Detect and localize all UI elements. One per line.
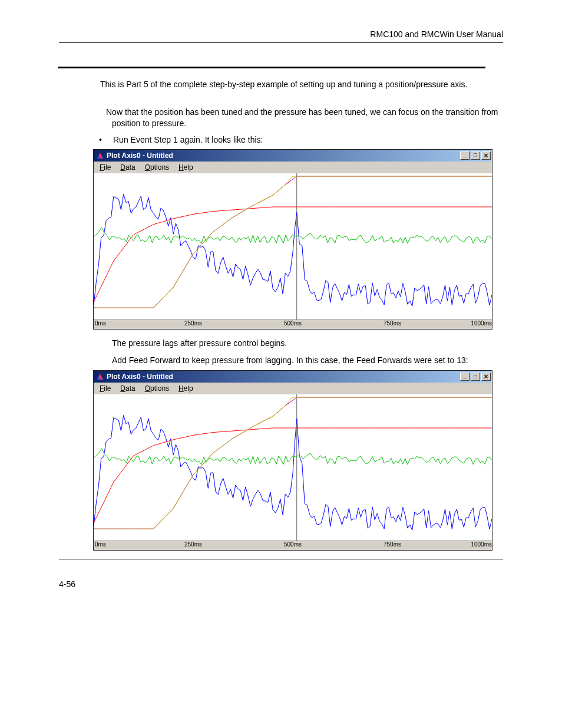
x-tick: 0ms (95, 541, 106, 548)
app-icon (96, 151, 104, 160)
menu-bar: File Data Options Help (94, 162, 492, 173)
x-tick: 750ms (384, 320, 401, 327)
x-tick: 1000ms (471, 320, 492, 327)
x-tick: 250ms (184, 320, 202, 327)
menu-options[interactable]: Options (143, 384, 171, 393)
plot-canvas-2[interactable] (94, 394, 492, 541)
lag-paragraph: The pressure lags after pressure control… (112, 338, 489, 349)
menu-file[interactable]: File (97, 163, 113, 172)
menu-options[interactable]: Options (143, 163, 171, 172)
x-tick: 250ms (184, 541, 202, 548)
plot-window-1: Plot Axis0 - Untitled _ □ × File Data Op… (93, 149, 492, 330)
plot-canvas-1[interactable] (94, 173, 492, 319)
footer-rule (59, 559, 503, 559)
window-titlebar[interactable]: Plot Axis0 - Untitled _ □ × (94, 371, 492, 383)
bullet-item: • Run Event Step 1 again. It looks like … (82, 135, 503, 144)
minimize-button[interactable]: _ (460, 151, 470, 160)
app-icon (96, 373, 104, 381)
menu-data[interactable]: Data (118, 163, 137, 172)
close-button[interactable]: × (481, 373, 491, 381)
maximize-button[interactable]: □ (471, 151, 480, 160)
window-titlebar[interactable]: Plot Axis0 - Untitled _ □ × (94, 150, 492, 162)
x-axis-2: 0ms 250ms 500ms 750ms 1000ms (94, 541, 492, 550)
feedforward-paragraph: Add Feed Forward to keep pressure from l… (112, 355, 489, 366)
menu-help[interactable]: Help (176, 384, 196, 393)
bullet-text: Run Event Step 1 again. It looks like th… (113, 135, 503, 144)
maximize-button[interactable]: □ (471, 373, 480, 381)
window-title: Plot Axis0 - Untitled (107, 151, 460, 160)
x-axis-1: 0ms 250ms 500ms 750ms 1000ms (94, 319, 492, 329)
window-title: Plot Axis0 - Untitled (107, 373, 460, 381)
header-rule (59, 42, 503, 43)
menu-file[interactable]: File (97, 384, 113, 393)
x-tick: 500ms (284, 320, 302, 327)
minimize-button[interactable]: _ (460, 373, 470, 381)
menu-help[interactable]: Help (176, 163, 196, 172)
menu-data[interactable]: Data (118, 384, 137, 393)
transition-paragraph: Now that the position has been tuned and… (82, 107, 503, 129)
bullet-dot-icon: • (82, 135, 113, 144)
plot-window-2: Plot Axis0 - Untitled _ □ × File Data Op… (93, 370, 492, 551)
menu-bar: File Data Options Help (94, 383, 492, 394)
x-tick: 1000ms (471, 541, 492, 548)
page-number: 4-56 (59, 579, 503, 589)
intro-paragraph: This is Part 5 of the complete step-by-s… (100, 79, 489, 90)
page-header-title: RMC100 and RMCWin User Manual (59, 29, 503, 39)
section-rule (58, 67, 485, 68)
x-tick: 500ms (284, 541, 302, 548)
x-tick: 0ms (95, 320, 106, 327)
x-tick: 750ms (384, 541, 401, 548)
close-button[interactable]: × (481, 151, 491, 160)
